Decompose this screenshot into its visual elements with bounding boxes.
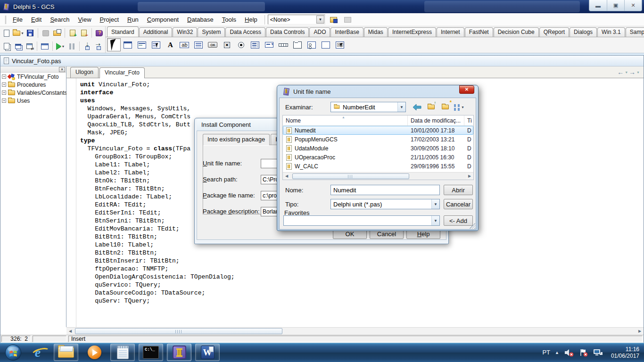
view-form-button[interactable]	[12, 41, 24, 52]
code-line[interactable]: BitBtnInserir: TBitBtn;	[80, 257, 644, 265]
save-all-button[interactable]	[40, 28, 51, 39]
component-popup-menu-button[interactable]	[149, 38, 163, 51]
column-header-1[interactable]: Data de modificaç...	[407, 115, 464, 125]
toggle-form-unit-button[interactable]	[24, 41, 35, 52]
column-header-0[interactable]: Nome	[283, 117, 407, 124]
dialog-title-bar[interactable]: Unit file name ✕	[279, 85, 476, 98]
menu-component[interactable]: Component	[143, 14, 183, 25]
chevron-down-icon[interactable]: ▼	[316, 16, 324, 24]
cancel-button[interactable]: Cancelar	[444, 199, 473, 209]
look-in-combobox[interactable]: NumberEdit ▼	[330, 102, 406, 112]
new-folder-button[interactable]: *	[440, 102, 450, 112]
add-to-project-button[interactable]	[67, 28, 78, 39]
palette-tab-data-controls[interactable]: Data Controls	[266, 27, 309, 37]
menu-search[interactable]: Search	[46, 14, 74, 25]
new-button[interactable]	[1, 28, 12, 39]
tree-item-procedures[interactable]: +Procedures	[0, 81, 66, 89]
save-desktop-button[interactable]	[328, 14, 339, 25]
component-panel-button[interactable]	[319, 38, 333, 51]
code-line[interactable]: ftpOperacao: TNMFTP;	[80, 265, 644, 273]
run-button[interactable]: ▼	[55, 41, 66, 52]
file-row[interactable]: Numedit10/01/2000 17:18D	[283, 126, 473, 135]
editor-title-bar[interactable]: Vincular_Foto.pas	[0, 56, 644, 66]
taskbar-notepad-button[interactable]	[110, 344, 135, 361]
chevron-down-icon[interactable]: ▼	[431, 199, 439, 209]
minimize-button[interactable]: ▬	[589, 0, 607, 11]
palette-tab-qreport[interactable]: QReport	[539, 27, 569, 37]
component-combo-box-button[interactable]	[263, 38, 276, 51]
component-label-button[interactable]: A	[164, 38, 177, 51]
taskbar-media-player-button[interactable]	[82, 344, 107, 361]
install-tab-0[interactable]: Into existing package	[203, 134, 270, 145]
code-line[interactable]: quServico: TQuery;	[80, 281, 644, 289]
trace-into-button[interactable]	[82, 41, 93, 52]
menu-edit[interactable]: Edit	[27, 14, 46, 25]
menu-run[interactable]: Run	[123, 14, 143, 25]
file-row[interactable]: UdataModule30/09/2005 18:10D	[283, 144, 473, 153]
expand-plus-icon[interactable]: +	[2, 82, 6, 87]
forward-dropdown-icon[interactable]: ▼	[636, 71, 640, 74]
open-project-button[interactable]	[51, 28, 63, 39]
pause-button[interactable]	[66, 41, 77, 52]
component-edit-button[interactable]: ab	[178, 38, 191, 51]
component-main-menu-button[interactable]	[135, 38, 149, 51]
editor-tab-ulogon[interactable]: Ulogon	[70, 67, 99, 78]
component-radio-button-button[interactable]	[234, 38, 248, 51]
tree-item-tfvincular-foto[interactable]: +TFVincular_Foto	[0, 73, 66, 81]
menu-project[interactable]: Project	[96, 14, 123, 25]
palette-tab-standard[interactable]: Standard	[107, 26, 139, 37]
network-icon[interactable]	[593, 348, 603, 356]
maximize-button[interactable]: ▣	[607, 0, 624, 11]
new-form-button[interactable]	[39, 41, 50, 52]
file-row[interactable]: UOperacaoProc21/11/2005 16:30D	[283, 153, 473, 162]
code-line[interactable]: quServ: TQuery;	[80, 297, 644, 305]
palette-tab-data-access[interactable]: Data Access	[225, 27, 265, 37]
action-center-flag-icon[interactable]	[579, 348, 588, 357]
taskbar-windows-explorer-button[interactable]	[54, 344, 78, 361]
menu-help[interactable]: Help	[240, 14, 262, 25]
resize-grip[interactable]	[470, 223, 475, 229]
start-button[interactable]	[3, 343, 24, 362]
menu-view[interactable]: View	[74, 14, 96, 25]
taskbar-internet-explorer-button[interactable]: e	[25, 344, 50, 361]
help-button[interactable]	[94, 28, 105, 39]
palette-tab-dialogs[interactable]: Dialogs	[570, 27, 597, 37]
toolbar-gripper[interactable]	[4, 16, 6, 24]
expand-plus-icon[interactable]: +	[2, 90, 6, 95]
scroll-right-icon[interactable]: ▶	[466, 173, 473, 180]
horizontal-scrollbar[interactable]: ◀ ▶	[283, 172, 473, 180]
scroll-left-icon[interactable]: ◀	[66, 328, 74, 335]
palette-tab-internetexpress[interactable]: InternetExpress	[388, 27, 436, 37]
close-button[interactable]: ✕	[624, 0, 642, 11]
tree-item-variables-constants[interactable]: +Variables/Constants	[0, 89, 66, 97]
horizontal-scrollbar[interactable]: ◀ ▶	[66, 327, 644, 335]
component-radio-group-button[interactable]	[305, 38, 319, 51]
palette-tab-system[interactable]: System	[198, 27, 225, 37]
taskbar-delphi-button[interactable]	[167, 344, 191, 361]
component-button-button[interactable]: OK	[206, 38, 220, 51]
file-type-combobox[interactable]: Delphi unit (*.pas) ▼	[330, 199, 440, 209]
code-line[interactable]: OpenDialogArqCosistencia: TOpenDialog;	[80, 273, 644, 281]
back-dropdown-icon[interactable]: ▼	[625, 71, 628, 74]
chevron-down-icon[interactable]: ▼	[431, 216, 439, 225]
component-action-list-button[interactable]	[333, 38, 347, 51]
open-button[interactable]: ▼	[12, 28, 25, 39]
add-favorite-button[interactable]: <- Add	[444, 215, 473, 226]
column-header-2[interactable]: Ti	[464, 115, 473, 125]
file-row[interactable]: PopupMenuGCS17/02/2003 13:21D	[283, 135, 473, 144]
volume-muted-icon[interactable]	[564, 348, 574, 357]
scroll-right-icon[interactable]: ▶	[636, 328, 644, 335]
palette-tab-win32[interactable]: Win32	[173, 27, 197, 37]
component-scroll-bar-button[interactable]	[277, 38, 290, 51]
title-bar[interactable]: Delphi 5 - GCS ▬ ▣ ✕	[0, 0, 644, 13]
palette-tab-internet[interactable]: Internet	[437, 27, 464, 37]
component-checkbox-button[interactable]: ✕	[220, 38, 234, 51]
menu-tools[interactable]: Tools	[218, 14, 240, 25]
open-button[interactable]: Abrir	[444, 185, 473, 195]
back-button[interactable]	[412, 102, 422, 112]
dropdown-arrow-icon[interactable]: ▼	[62, 45, 65, 48]
scrollbar-thumb[interactable]	[292, 173, 409, 179]
forward-icon[interactable]: →	[629, 68, 636, 76]
component-memo-button[interactable]	[192, 38, 206, 51]
palette-tab-interbase[interactable]: InterBase	[330, 27, 363, 37]
